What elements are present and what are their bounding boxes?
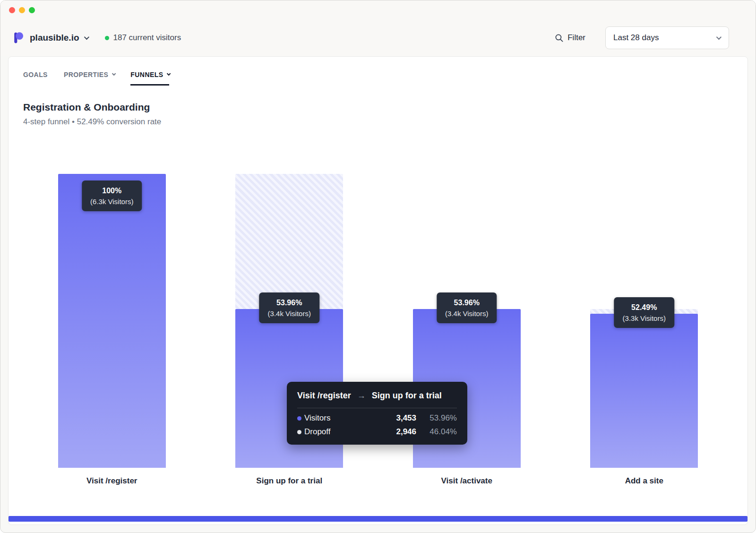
- minimize-window-button[interactable]: [19, 7, 25, 13]
- chevron-down-icon: [167, 72, 171, 76]
- tab-properties-label: PROPERTIES: [64, 71, 108, 78]
- tooltip-row-dot: [297, 416, 301, 421]
- window-titlebar: [0, 0, 756, 19]
- filter-label: Filter: [567, 33, 585, 43]
- tooltip-row-value: 3,453: [379, 413, 416, 423]
- tab-properties[interactable]: PROPERTIES: [64, 71, 114, 86]
- badge-percent: 100%: [90, 185, 133, 197]
- tab-goals[interactable]: GOALS: [23, 71, 48, 86]
- funnel-step: 52.49% (3.3k Visitors) Add a site: [556, 174, 733, 486]
- search-icon: [555, 34, 564, 43]
- funnel-title: Registration & Onboarding: [23, 102, 733, 113]
- header-actions: Filter Last 28 days: [555, 26, 729, 49]
- funnel-chart: 100% (6.3k Visitors) Visit /register 53.…: [9, 174, 747, 486]
- tooltip-row-percent: 53.96%: [416, 413, 457, 423]
- date-range-value: Last 28 days: [613, 33, 659, 43]
- funnel-bar[interactable]: 100% (6.3k Visitors): [58, 174, 166, 468]
- plausible-logo-icon: [12, 31, 25, 44]
- badge-visitors: (3.4k Visitors): [268, 309, 311, 318]
- funnel-subtitle: 4-step funnel • 52.49% conversion rate: [23, 117, 733, 127]
- funnel-bar-badge: 100% (6.3k Visitors): [82, 181, 142, 211]
- tab-goals-label: GOALS: [23, 71, 48, 78]
- badge-percent: 53.96%: [268, 297, 311, 309]
- report-tabs: GOALS PROPERTIES FUNNELS: [9, 57, 747, 86]
- badge-percent: 53.96%: [445, 297, 488, 309]
- badge-visitors: (3.3k Visitors): [623, 313, 666, 323]
- chevron-down-icon: [112, 72, 116, 76]
- date-range-select[interactable]: Last 28 days: [605, 26, 729, 49]
- funnel-hover-tooltip: Visit /register → Sign up for a trial Vi…: [287, 382, 467, 445]
- tooltip-row-visitors: Visitors 3,453 53.96%: [297, 413, 457, 423]
- tooltip-to-step: Sign up for a trial: [372, 391, 442, 401]
- arrow-right-icon: →: [357, 391, 366, 401]
- current-visitors: 187 current visitors: [105, 33, 181, 43]
- funnel-bar[interactable]: 52.49% (3.3k Visitors): [590, 174, 698, 468]
- close-window-button[interactable]: [9, 7, 15, 13]
- funnel-step-name: Visit /register: [86, 476, 137, 486]
- funnel-bar-fill: [58, 174, 166, 468]
- tooltip-row-label: Dropoff: [304, 427, 379, 437]
- site-name: plausible.io: [30, 33, 79, 43]
- badge-visitors: (3.4k Visitors): [445, 309, 488, 318]
- tooltip-row-dot: [297, 430, 301, 434]
- funnel-bar-badge: 52.49% (3.3k Visitors): [614, 297, 674, 328]
- funnel-step-name: Visit /activate: [441, 476, 492, 486]
- tooltip-row-dropoff: Dropoff 2,946 46.04%: [297, 427, 457, 437]
- site-switcher[interactable]: plausible.io: [12, 31, 88, 44]
- tooltip-row-percent: 46.04%: [416, 427, 457, 437]
- tooltip-header: Visit /register → Sign up for a trial: [297, 391, 457, 401]
- tab-funnels-label: FUNNELS: [130, 71, 163, 78]
- tooltip-divider: [297, 408, 457, 408]
- current-visitors-label: 187 current visitors: [113, 33, 181, 43]
- top-header: plausible.io 187 current visitors Filter…: [0, 19, 756, 56]
- filter-button[interactable]: Filter: [555, 33, 585, 43]
- funnel-step-name: Sign up for a trial: [256, 476, 322, 486]
- funnel-card: GOALS PROPERTIES FUNNELS Registration & …: [8, 56, 748, 525]
- funnel-step-name: Add a site: [625, 476, 663, 486]
- funnel-bar-badge: 53.96% (3.4k Visitors): [259, 292, 319, 323]
- live-dot-icon: [105, 36, 109, 40]
- funnel-step: 100% (6.3k Visitors) Visit /register: [23, 174, 201, 486]
- tooltip-from-step: Visit /register: [297, 391, 351, 401]
- badge-visitors: (6.3k Visitors): [90, 197, 133, 206]
- funnel-bar-fill: [590, 314, 698, 468]
- funnel-bar-badge: 53.96% (3.4k Visitors): [437, 292, 497, 323]
- badge-percent: 52.49%: [623, 302, 666, 313]
- bottom-accent-strip: [9, 516, 747, 522]
- tooltip-row-value: 2,946: [379, 427, 416, 437]
- app-window: plausible.io 187 current visitors Filter…: [0, 0, 756, 533]
- tab-funnels[interactable]: FUNNELS: [130, 71, 169, 86]
- chevron-down-icon: [84, 34, 89, 40]
- tooltip-row-label: Visitors: [304, 413, 379, 423]
- chevron-down-icon: [716, 34, 722, 40]
- maximize-window-button[interactable]: [29, 7, 35, 13]
